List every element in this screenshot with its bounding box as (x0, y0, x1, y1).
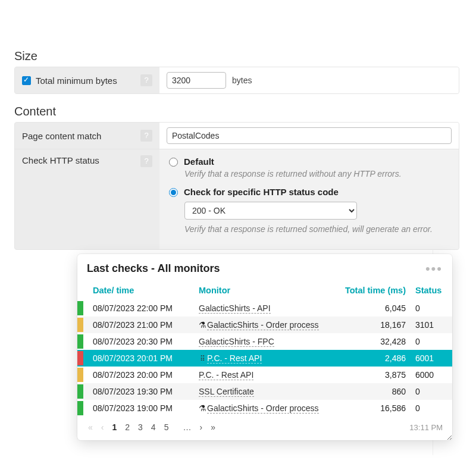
table-row[interactable]: 08/07/2023 20:30 PMGalacticShirts - FPC3… (77, 333, 452, 350)
pager-ellipsis: … (181, 422, 192, 432)
table-row[interactable]: 08/07/2023 22:00 PMGalacticShirts - API6… (77, 300, 452, 317)
http-status-label: Check HTTP status ? (15, 149, 159, 249)
status-code-select[interactable]: 200 - OK (184, 202, 357, 220)
http-status-content: Default Verify that a response is return… (159, 149, 459, 249)
page-match-label: Page content match ? (15, 123, 159, 149)
card-menu-icon[interactable]: ••• (425, 266, 443, 272)
page-match-label-text: Page content match (22, 131, 136, 141)
cell-datetime: 08/07/2023 22:00 PM (87, 300, 194, 317)
cell-status: 0 (411, 400, 452, 416)
flask-icon: ⚗ (199, 320, 206, 330)
status-chip (77, 334, 83, 349)
flask-icon: ⚗ (199, 403, 206, 413)
radio-specific[interactable]: Check for specific HTTP status code (169, 187, 449, 197)
cell-status: 6001 (411, 350, 452, 367)
cell-monitor: GalacticShirts - API (194, 300, 339, 317)
status-select-wrap: 200 - OK (184, 202, 449, 220)
cell-monitor: P.C. - Rest API (194, 367, 339, 383)
pager-last[interactable]: » (209, 422, 217, 432)
status-chip (77, 318, 83, 332)
radio-default[interactable]: Default (169, 156, 449, 167)
status-chip (77, 401, 83, 415)
table-row[interactable]: 08/07/2023 19:00 PM⚗GalacticShirts - Ord… (77, 400, 452, 416)
cell-total-time: 3,875 (339, 367, 411, 383)
cell-total-time: 6,045 (339, 300, 411, 317)
status-chip (77, 301, 83, 315)
table-row[interactable]: 08/07/2023 20:00 PMP.C. - Rest API3,8756… (77, 367, 452, 383)
status-chip (77, 368, 83, 382)
min-bytes-label-text: Total minimum bytes (36, 76, 136, 86)
pager-first[interactable]: « (87, 422, 94, 432)
cell-monitor: ⠿P.C. - Rest API (194, 350, 339, 367)
size-panel: Total minimum bytes ? bytes (14, 67, 459, 94)
pager-page[interactable]: 2 (124, 422, 131, 432)
table-row[interactable]: 08/07/2023 21:00 PM⚗GalacticShirts - Ord… (77, 317, 452, 333)
help-icon[interactable]: ? (140, 74, 152, 86)
cell-total-time: 32,428 (339, 333, 411, 350)
pager-next[interactable]: › (198, 422, 203, 432)
content-panel: Page content match ? Check HTTP status ?… (14, 122, 459, 250)
monitor-link[interactable]: GalacticShirts - Order process (207, 320, 319, 330)
min-bytes-content: bytes (159, 67, 459, 93)
table-row[interactable]: 08/07/2023 20:01 PM⠿P.C. - Rest API2,486… (77, 350, 452, 367)
radio-default-label: Default (184, 156, 214, 167)
status-chip (77, 351, 83, 365)
radio-specific-label: Check for specific HTTP status code (184, 187, 339, 197)
cell-total-time: 2,486 (339, 350, 411, 367)
cell-monitor: ⚗GalacticShirts - Order process (194, 400, 339, 416)
page-match-content (159, 123, 459, 149)
min-bytes-input[interactable] (167, 72, 226, 89)
cell-datetime: 08/07/2023 19:00 PM (87, 400, 194, 416)
cell-total-time: 16,586 (339, 400, 411, 416)
monitor-link[interactable]: P.C. - Rest API (207, 353, 262, 364)
radio-specific-desc: Verify that a response is returned somet… (184, 224, 449, 234)
col-datetime[interactable]: Date/ time (87, 281, 194, 300)
cell-datetime: 08/07/2023 19:30 PM (87, 383, 194, 400)
pager-page[interactable]: 4 (150, 422, 157, 432)
status-chip (77, 384, 83, 399)
page-match-input[interactable] (167, 127, 452, 144)
table-header-row: Date/ time Monitor Total time (ms) Statu… (77, 281, 452, 300)
monitor-link[interactable]: GalacticShirts - Order process (207, 403, 319, 414)
table-row[interactable]: 08/07/2023 19:30 PMSSL Certificate8600 (77, 383, 452, 400)
http-status-label-text: Check HTTP status (22, 155, 136, 165)
radio-default-input[interactable] (169, 158, 178, 167)
pager-page[interactable]: 5 (163, 422, 170, 432)
col-total-time[interactable]: Total time (ms) (339, 281, 411, 300)
monitor-link[interactable]: SSL Certificate (199, 387, 254, 397)
cell-datetime: 08/07/2023 20:01 PM (87, 350, 194, 367)
last-checks-card: Last checks - All monitors ••• Date/ tim… (77, 254, 452, 440)
min-bytes-unit: bytes (232, 76, 252, 85)
min-bytes-row: Total minimum bytes ? bytes (15, 67, 459, 93)
cell-datetime: 08/07/2023 20:00 PM (87, 367, 194, 383)
radio-specific-input[interactable] (169, 188, 178, 197)
cell-monitor: GalacticShirts - FPC (194, 333, 339, 350)
drag-icon: ⠿ (199, 355, 206, 363)
cell-status: 6000 (411, 367, 452, 383)
col-monitor[interactable]: Monitor (194, 281, 339, 300)
checks-table: Date/ time Monitor Total time (ms) Statu… (77, 281, 452, 416)
section-title-size: Size (14, 0, 476, 63)
min-bytes-checkbox[interactable] (22, 76, 31, 85)
monitor-link[interactable]: P.C. - Rest API (199, 370, 253, 380)
pager-page[interactable]: 3 (137, 422, 144, 432)
col-status[interactable]: Status (411, 281, 452, 300)
help-icon[interactable]: ? (140, 130, 152, 142)
cell-total-time: 18,167 (339, 317, 411, 333)
card-title: Last checks - All monitors (87, 262, 425, 275)
cell-status: 0 (411, 300, 452, 317)
cell-datetime: 08/07/2023 21:00 PM (87, 317, 194, 333)
help-icon[interactable]: ? (140, 155, 152, 167)
pager-page[interactable]: 1 (111, 422, 118, 432)
cell-total-time: 860 (339, 383, 411, 400)
cell-status: 0 (411, 333, 452, 350)
card-footer: « ‹ 12345 … › » 13:11 PM (77, 416, 452, 440)
pager-prev[interactable]: ‹ (100, 422, 105, 432)
min-bytes-label: Total minimum bytes ? (15, 67, 159, 93)
cell-status: 3101 (411, 317, 452, 333)
monitor-link[interactable]: GalacticShirts - API (199, 303, 271, 314)
card-header: Last checks - All monitors ••• (77, 254, 452, 281)
monitor-link[interactable]: GalacticShirts - FPC (199, 337, 274, 347)
pager: « ‹ 12345 … › » (87, 422, 217, 432)
cell-monitor: ⚗GalacticShirts - Order process (194, 317, 339, 333)
